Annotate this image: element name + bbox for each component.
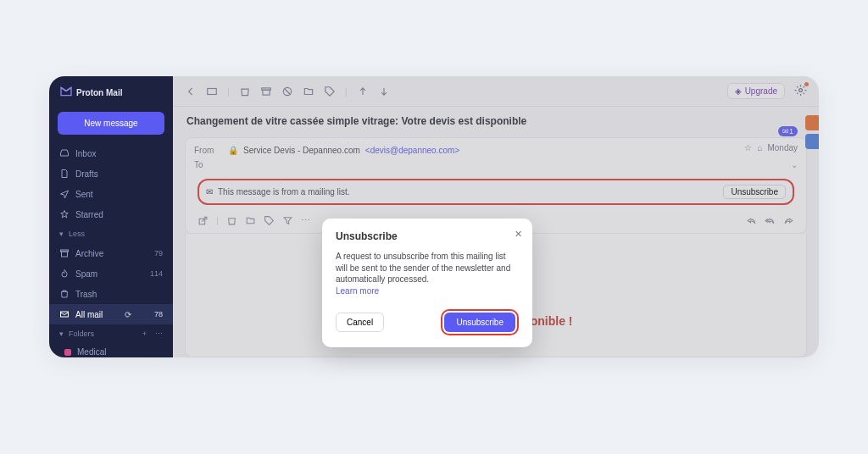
mark-unread-icon[interactable]: [206, 86, 218, 97]
svg-rect-5: [263, 90, 270, 95]
upgrade-label: Upgrade: [745, 86, 777, 96]
fire-icon: [59, 269, 70, 279]
sidebar-item-label: Drafts: [75, 169, 98, 179]
gem-icon: ◈: [735, 86, 742, 96]
folder-color-icon: [64, 349, 71, 356]
sidebar-item-archive[interactable]: Archive 79: [49, 243, 173, 263]
sidebar-folders-header[interactable]: ▾ Folders + ⋯: [49, 324, 173, 343]
sidebar-item-label: Less: [69, 230, 85, 238]
sidebar: Proton Mail New message Inbox Drafts Sen…: [49, 76, 173, 357]
svg-rect-1: [62, 252, 68, 257]
count-badge: 78: [154, 310, 163, 318]
unsubscribe-modal: ✕ Unsubscribe A request to unsubscribe f…: [322, 219, 532, 347]
sidebar-item-label: Trash: [75, 290, 97, 299]
side-apps-rail: [805, 115, 819, 149]
sidebar-item-spam[interactable]: Spam 114: [49, 263, 173, 284]
send-icon: [59, 189, 70, 199]
highlight-ring: Unsubscribe: [441, 309, 519, 335]
reply-icon[interactable]: [746, 215, 757, 226]
chevron-down-icon: ⌄: [791, 160, 798, 169]
inbox-icon: [59, 148, 70, 158]
message-header-actions: ☆ ⌂ Monday: [744, 143, 798, 152]
tag-icon[interactable]: [264, 215, 275, 226]
modal-actions: Cancel Unsubscribe: [336, 309, 519, 335]
archive-icon[interactable]: [260, 86, 272, 97]
refresh-icon: ⟳: [125, 310, 131, 319]
folder-icon[interactable]: [245, 215, 256, 226]
banner-text: This message is from a mailing list.: [218, 187, 350, 197]
chevron-down-icon: ▾: [59, 230, 64, 238]
sender-email[interactable]: <devis@depanneo.com>: [365, 146, 459, 155]
label-icon[interactable]: [324, 86, 336, 97]
next-arrow-icon[interactable]: [378, 86, 390, 97]
star-icon: [59, 209, 70, 219]
sidebar-item-trash[interactable]: Trash: [49, 284, 173, 304]
chevron-down-icon: ▾: [59, 329, 64, 338]
sidebar-item-label: All mail: [75, 310, 103, 319]
cancel-button[interactable]: Cancel: [336, 313, 384, 332]
popout-icon[interactable]: [198, 215, 209, 226]
filter-icon[interactable]: [282, 215, 293, 226]
move-icon[interactable]: [303, 86, 314, 97]
folder-medical[interactable]: Medical: [49, 343, 173, 357]
sidebar-item-inbox[interactable]: Inbox: [49, 143, 173, 163]
more-icon[interactable]: ⋯: [301, 215, 312, 226]
count-badge: 114: [150, 269, 163, 278]
mail-stack-icon: [59, 309, 70, 319]
mail-icon: ✉: [206, 187, 213, 197]
count-badge: 79: [154, 249, 163, 257]
modal-title: Unsubscribe: [336, 230, 519, 242]
calendar-app-icon[interactable]: [805, 134, 819, 149]
mailing-list-banner: ✉ This message is from a mailing list. U…: [198, 179, 794, 205]
notification-dot-icon: [804, 82, 809, 86]
sidebar-item-allmail[interactable]: All mail ⟳ 78: [49, 304, 173, 324]
archive-icon: [59, 248, 70, 258]
message-toolbar: | | ◈ Upgrade: [173, 76, 819, 107]
settings-button[interactable]: [794, 84, 807, 98]
unsubscribe-confirm-button[interactable]: Unsubscribe: [444, 313, 515, 332]
trash-icon[interactable]: [226, 215, 237, 226]
modal-body: A request to unsubscribe from this maili…: [336, 251, 519, 285]
trash-icon: [59, 289, 70, 299]
prev-arrow-icon[interactable]: [357, 86, 369, 97]
reply-all-icon[interactable]: [765, 215, 776, 226]
inbox-icon: ⌂: [757, 143, 762, 152]
forward-icon[interactable]: [783, 215, 794, 226]
star-icon[interactable]: ☆: [744, 143, 752, 152]
folders-label: Folders: [69, 329, 94, 338]
sidebar-less-toggle[interactable]: ▾ Less: [49, 224, 173, 243]
learn-more-link[interactable]: Learn more: [336, 286, 379, 296]
delete-icon[interactable]: [239, 86, 251, 97]
sidebar-item-label: Archive: [75, 249, 103, 258]
add-folder-icon[interactable]: +: [142, 329, 147, 338]
to-row[interactable]: To ⌄: [194, 158, 798, 172]
close-icon[interactable]: ✕: [515, 229, 522, 240]
sidebar-item-label: Inbox: [75, 149, 96, 158]
upgrade-button[interactable]: ◈ Upgrade: [727, 83, 785, 99]
sidebar-item-label: Sent: [75, 190, 93, 199]
sidebar-item-label: Spam: [75, 269, 97, 279]
sidebar-item-drafts[interactable]: Drafts: [49, 163, 173, 184]
file-icon: [59, 169, 70, 179]
folder-label: Medical: [77, 347, 106, 357]
brand: Proton Mail: [49, 76, 173, 108]
brand-name: Proton Mail: [76, 88, 122, 97]
sidebar-item-sent[interactable]: Sent: [49, 184, 173, 204]
contacts-app-icon[interactable]: [805, 115, 819, 130]
sender-name: Service Devis - Depanneo.com: [243, 146, 360, 155]
banner-unsubscribe-button[interactable]: Unsubscribe: [723, 185, 786, 199]
to-label: To: [194, 160, 223, 169]
sidebar-item-starred[interactable]: Starred: [49, 204, 173, 224]
from-row: From 🔒 Service Devis - Depanneo.com <dev…: [194, 143, 798, 158]
svg-point-7: [799, 89, 803, 92]
spam-icon[interactable]: [281, 86, 293, 97]
message-subject: Changement de vitre cassée simple vitrag…: [173, 107, 819, 134]
message-date: Monday: [767, 143, 798, 152]
proton-logo-icon: [59, 85, 73, 100]
back-icon[interactable]: [185, 86, 197, 97]
folders-settings-icon[interactable]: ⋯: [155, 329, 163, 338]
from-label: From: [194, 146, 223, 155]
new-message-button[interactable]: New message: [58, 112, 164, 135]
svg-rect-3: [208, 88, 217, 94]
conversation-count-badge: ✉1: [778, 126, 798, 136]
